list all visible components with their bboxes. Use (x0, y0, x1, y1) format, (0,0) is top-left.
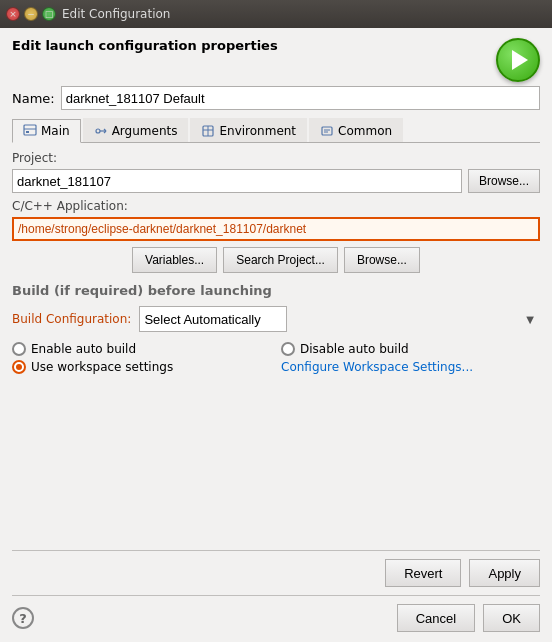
workspace-settings-link[interactable]: Configure Workspace Settings... (281, 360, 473, 374)
cancel-button[interactable]: Cancel (397, 604, 475, 632)
enable-auto-build-label: Enable auto build (31, 342, 136, 356)
workspace-settings-link-row[interactable]: Configure Workspace Settings... (281, 360, 540, 374)
window-controls[interactable]: × − □ (6, 7, 56, 21)
tabs-row: Main Arguments Environment (12, 118, 540, 143)
run-button[interactable] (496, 38, 540, 82)
app-label: C/C++ Application: (12, 199, 540, 213)
project-label: Project: (12, 151, 540, 165)
arguments-tab-icon (94, 124, 108, 138)
use-workspace-row[interactable]: Use workspace settings (12, 360, 271, 374)
revert-apply-row: Revert Apply (12, 559, 540, 587)
project-row: Browse... (12, 169, 540, 193)
tab-common[interactable]: Common (309, 118, 403, 142)
tab-common-label: Common (338, 124, 392, 138)
footer-area: Revert Apply ? Cancel OK (12, 550, 540, 632)
variables-button[interactable]: Variables... (132, 247, 217, 273)
name-row: Name: (12, 86, 540, 110)
name-input[interactable] (61, 86, 540, 110)
svg-point-3 (96, 129, 100, 133)
main-tab-icon (23, 124, 37, 138)
window-title: Edit Configuration (62, 7, 546, 21)
radio-grid: Enable auto build Disable auto build Use… (12, 342, 540, 374)
name-label: Name: (12, 91, 55, 106)
tab-environment-label: Environment (219, 124, 296, 138)
svg-rect-2 (26, 131, 29, 133)
project-browse-button[interactable]: Browse... (468, 169, 540, 193)
enable-auto-build-radio[interactable] (12, 342, 26, 356)
disable-auto-build-row[interactable]: Disable auto build (281, 342, 540, 356)
minimize-button[interactable]: − (24, 7, 38, 21)
common-tab-icon (320, 124, 334, 138)
tab-arguments[interactable]: Arguments (83, 118, 189, 142)
use-workspace-radio[interactable] (12, 360, 26, 374)
use-workspace-label: Use workspace settings (31, 360, 173, 374)
build-config-row: Build Configuration: Select Automaticall… (12, 306, 540, 332)
project-input[interactable] (12, 169, 462, 193)
divider (12, 550, 540, 551)
enable-auto-build-row[interactable]: Enable auto build (12, 342, 271, 356)
environment-tab-icon (201, 124, 215, 138)
search-project-button[interactable]: Search Project... (223, 247, 338, 273)
ok-button[interactable]: OK (483, 604, 540, 632)
final-buttons-container: ? Cancel OK (12, 604, 540, 632)
divider-2 (12, 595, 540, 596)
dialog-header: Edit launch configuration properties (12, 38, 278, 53)
tab-arguments-label: Arguments (112, 124, 178, 138)
close-button[interactable]: × (6, 7, 20, 21)
tab-main-label: Main (41, 124, 70, 138)
run-icon (512, 50, 528, 70)
tab-environment[interactable]: Environment (190, 118, 307, 142)
app-input[interactable] (12, 217, 540, 241)
title-bar: × − □ Edit Configuration (0, 0, 552, 28)
maximize-button[interactable]: □ (42, 7, 56, 21)
tab-main[interactable]: Main (12, 119, 81, 143)
app-browse-button[interactable]: Browse... (344, 247, 420, 273)
main-tab-content: Project: Browse... C/C++ Application: Va… (12, 151, 540, 632)
svg-rect-0 (24, 125, 36, 135)
app-buttons-row: Variables... Search Project... Browse... (12, 247, 540, 273)
svg-rect-10 (322, 127, 332, 135)
build-section-label: Build (if required) before launching (12, 283, 540, 298)
disable-auto-build-label: Disable auto build (300, 342, 409, 356)
build-config-label: Build Configuration: (12, 312, 131, 326)
disable-auto-build-radio[interactable] (281, 342, 295, 356)
help-button[interactable]: ? (12, 607, 34, 629)
build-config-select[interactable]: Select Automatically Debug Release (139, 306, 287, 332)
apply-button[interactable]: Apply (469, 559, 540, 587)
cancel-ok-row: Cancel OK (397, 604, 540, 632)
revert-button[interactable]: Revert (385, 559, 461, 587)
build-config-select-wrapper[interactable]: Select Automatically Debug Release (139, 306, 540, 332)
dialog-body: Edit launch configuration properties Nam… (0, 28, 552, 642)
